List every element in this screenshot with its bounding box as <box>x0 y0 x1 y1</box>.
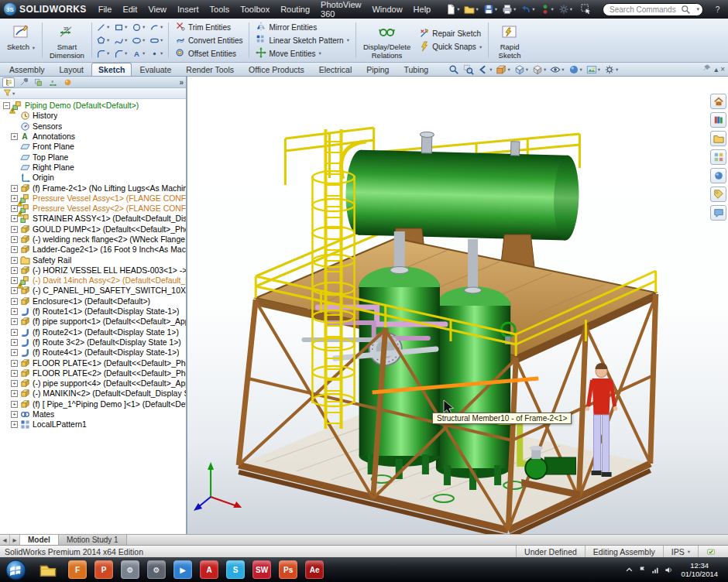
tree-item[interactable]: +(f) Route4<1> (Default<Display State-1>… <box>0 347 186 358</box>
view-settings-icon[interactable]: ▾ <box>603 64 619 75</box>
firefox-icon[interactable]: F <box>68 560 87 579</box>
sketch-button[interactable]: Sketch ▾ <box>2 20 39 60</box>
tree-item[interactable]: +FLOOR PLATE<2> (Default<<Default>_Photo… <box>0 368 186 378</box>
skype-icon[interactable]: S <box>226 560 245 579</box>
filter-icon[interactable] <box>3 88 12 98</box>
trim-entities-button[interactable]: Trim Entities <box>171 21 247 34</box>
close-panel-icon[interactable]: × <box>720 65 725 74</box>
rebuild-icon[interactable]: ▾ <box>538 3 555 15</box>
panel-expand-icon[interactable]: » <box>179 77 184 87</box>
media-player-icon[interactable]: ▶ <box>173 560 192 579</box>
ellipse-tool-icon[interactable]: ▾ <box>130 34 148 47</box>
undo-icon[interactable]: ▾ <box>519 3 536 15</box>
tab-displaymanager-icon[interactable] <box>61 77 74 87</box>
display-delete-relations-button[interactable]: Display/Delete Relations <box>359 20 415 60</box>
hide-show-items-icon[interactable]: ▾ <box>549 64 565 75</box>
expand-toggle[interactable]: + <box>11 370 18 377</box>
tree-item[interactable]: +Pressure Vessel Assy<1> (FLANGE CONFIG … <box>0 193 186 204</box>
tree-item[interactable]: +Ladder-Cage2<1> (16 Foot 9 Inch<As Mach… <box>0 245 186 255</box>
mirror-entities-button[interactable]: Mirror Entities <box>252 21 352 34</box>
rapid-sketch-button[interactable]: Rapid Sketch <box>491 20 528 60</box>
display-style-icon[interactable]: ▾ <box>531 64 547 75</box>
text-tool-icon[interactable]: A▾ <box>130 47 148 60</box>
expand-toggle[interactable]: + <box>11 308 18 315</box>
tree-item[interactable]: History <box>0 111 186 121</box>
expand-toggle[interactable]: + <box>11 339 18 346</box>
expand-toggle[interactable]: + <box>11 421 18 428</box>
quick-snaps-button[interactable]: Quick Snaps▾ <box>415 40 486 53</box>
expand-toggle[interactable]: + <box>11 390 18 397</box>
polygon-tool-icon[interactable]: ▾ <box>94 34 112 47</box>
print-icon[interactable]: ▾ <box>500 3 517 15</box>
offset-entities-button[interactable]: Offset Entities <box>171 47 247 60</box>
pin-commandmanager-icon[interactable] <box>702 63 712 74</box>
expand-toggle[interactable]: + <box>11 360 18 367</box>
tab-featuremanager-icon[interactable] <box>2 77 15 87</box>
tree-item[interactable]: +Enclosure<1> (Default<Default>) <box>0 296 186 306</box>
apply-scene-icon[interactable]: ▾ <box>585 64 601 75</box>
open-icon[interactable]: ▾ <box>462 3 479 15</box>
tree-item[interactable]: Sensors <box>0 122 186 132</box>
custom-properties-icon[interactable] <box>710 187 726 202</box>
tree-item[interactable]: +Mates <box>0 409 186 419</box>
menu-view[interactable]: View <box>143 0 172 19</box>
tab-scroll-right-icon[interactable]: ▸ <box>10 535 20 545</box>
tree-item[interactable]: +(f) Route1<1> (Default<Display State-1>… <box>0 306 186 317</box>
spline-tool-icon[interactable]: ▾ <box>112 34 130 47</box>
tab-render-tools[interactable]: Render Tools <box>179 63 241 76</box>
convert-entities-button[interactable]: Convert Entities <box>171 34 247 47</box>
tab-configurationmanager-icon[interactable] <box>32 77 44 87</box>
powerpoint-icon[interactable]: P <box>94 560 113 579</box>
volume-icon[interactable] <box>664 566 673 574</box>
tab-propertymanager-icon[interactable] <box>17 77 29 87</box>
tree-item[interactable]: +Pressure Vessel Assy<2> (FLANGE CONFIG … <box>0 204 186 214</box>
menu-toolbox[interactable]: Toolbox <box>235 0 275 19</box>
collapse-ribbon-icon[interactable]: ▴ <box>714 65 718 74</box>
tab-sketch[interactable]: Sketch <box>91 63 132 76</box>
hidden-icons-icon[interactable] <box>625 566 634 574</box>
expand-toggle[interactable]: + <box>11 236 18 243</box>
menu-tools[interactable]: Tools <box>204 0 235 19</box>
tree-item[interactable]: +STRAINER ASSY<1> (Default<Default_Displ… <box>0 214 186 224</box>
tree-item[interactable]: Right Plane <box>0 163 186 173</box>
expand-toggle[interactable]: + <box>11 133 18 140</box>
adobe-reader-icon[interactable]: A <box>200 560 218 579</box>
windows-explorer-icon[interactable] <box>36 560 60 579</box>
new-icon[interactable]: ▾ <box>444 3 461 15</box>
start-button[interactable] <box>5 560 26 580</box>
smart-dimension-button[interactable]: 35 Smart Dimension <box>45 20 89 60</box>
select-tool-icon[interactable] <box>580 3 592 16</box>
arc-tool-icon[interactable]: ▾ <box>148 21 166 34</box>
tree-item[interactable]: +(f) [ Pipe_1^Piping Demo ]<1> (Default<… <box>0 399 186 409</box>
tree-item[interactable]: +(-) MANIKIN<2> (Default<Default_Display… <box>0 389 186 399</box>
graphics-area[interactable]: Structural Member10 - of Frame-2<1> <box>187 77 728 534</box>
appearances-scenes-icon[interactable] <box>710 168 726 183</box>
action-center-icon[interactable] <box>638 566 647 574</box>
powerpoint-presenter-icon[interactable]: Ps <box>279 560 297 579</box>
rectangle-tool-icon[interactable]: ▾ <box>112 21 130 34</box>
tab-evaluate[interactable]: Evaluate <box>132 63 178 76</box>
units-selector[interactable]: IPS▾ <box>663 546 698 557</box>
solidworks-forum-icon[interactable] <box>710 205 726 221</box>
tab-tubing[interactable]: Tubing <box>397 63 435 76</box>
section-view-icon[interactable]: ▾ <box>495 64 510 75</box>
tab-motion-study-1[interactable]: Motion Study 1 <box>59 535 127 545</box>
tab-office-products[interactable]: Office Products <box>242 63 311 76</box>
tree-item[interactable]: +FLOOR PLATE<1> (Default<<Default>_Photo… <box>0 358 186 368</box>
menu-window[interactable]: Window <box>366 0 407 19</box>
tree-item[interactable]: +AAnnotations <box>0 132 186 142</box>
tree-item[interactable]: Origin <box>0 173 186 183</box>
tree-item[interactable]: −Piping Demo (Default<Default>) <box>0 101 186 111</box>
slot-tool-icon[interactable]: ▾ <box>148 34 166 47</box>
solidworks-resources-icon[interactable] <box>710 94 726 109</box>
file-explorer-icon[interactable] <box>710 131 726 146</box>
tree-item[interactable]: +GOULD PUMP<1> (Default<<Default>_PhotoW… <box>0 224 186 235</box>
tab-dimxpertmanager-icon[interactable]: x <box>46 77 59 87</box>
taskbar-clock[interactable]: 12:34 01/10/2014 <box>678 561 724 578</box>
menu-file[interactable]: File <box>93 0 118 19</box>
tree-item[interactable]: Front Plane <box>0 142 186 152</box>
tab-layout[interactable]: Layout <box>53 63 91 76</box>
tree-item[interactable]: +(f) pipe support<1> (Default<<Default>_… <box>0 317 186 327</box>
tree-item[interactable]: +(-) pipe support<4> (Default<<Default>_… <box>0 378 186 389</box>
linear-sketch-pattern-button[interactable]: Linear Sketch Pattern▾ <box>252 34 352 47</box>
